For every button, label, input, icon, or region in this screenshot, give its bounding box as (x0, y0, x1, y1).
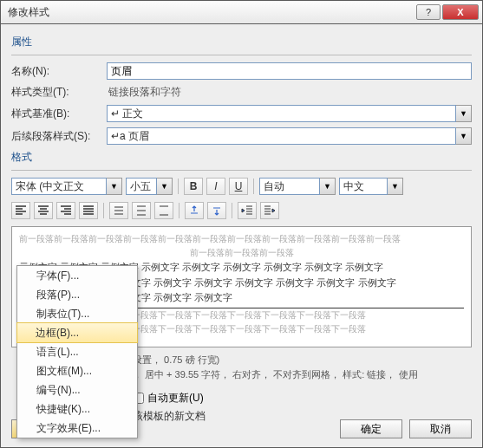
bold-button[interactable]: B (184, 178, 203, 195)
name-input[interactable] (107, 62, 472, 80)
menu-item[interactable]: 编号(N)... (17, 380, 137, 399)
space-before-inc-button[interactable] (185, 202, 204, 219)
label-style-base: 样式基准(B): (11, 107, 107, 121)
auto-update-label: 自动更新(U) (147, 391, 204, 406)
label-name: 名称(N): (11, 64, 107, 79)
indent-decrease-button[interactable] (238, 202, 257, 219)
menu-item[interactable]: 边框(B)... (16, 322, 138, 343)
line-spacing-2-button[interactable] (154, 202, 173, 219)
menu-item[interactable]: 字体(F)... (17, 266, 137, 285)
label-next-style: 后续段落样式(S): (11, 129, 107, 144)
chevron-down-icon[interactable]: ▼ (107, 178, 122, 195)
indent-increase-button[interactable] (260, 202, 279, 219)
menu-item[interactable]: 语言(L)... (17, 342, 137, 361)
menu-item[interactable]: 图文框(M)... (17, 361, 137, 380)
align-right-button[interactable] (56, 202, 75, 219)
window-title: 修改样式 (4, 5, 414, 20)
italic-button[interactable]: I (206, 178, 225, 195)
font-combo[interactable]: 宋体 (中文正文 ▼ (11, 178, 122, 195)
help-button[interactable]: ? (416, 4, 441, 20)
section-format: 格式 (11, 150, 472, 165)
separator (178, 179, 179, 194)
lang-combo[interactable]: 中文 ▼ (339, 178, 403, 195)
color-combo[interactable]: 自动 ▼ (259, 178, 336, 195)
separator (179, 203, 179, 218)
menu-item[interactable]: 文字效果(E)... (17, 419, 137, 438)
chevron-down-icon[interactable]: ▼ (388, 178, 403, 195)
menu-item[interactable]: 快捷键(K)... (17, 399, 137, 419)
label-style-type: 样式类型(T): (11, 85, 107, 100)
align-left-button[interactable] (11, 202, 30, 219)
dialog-body: 属性 名称(N): 样式类型(T): 链接段落和字符 样式基准(B): ↵ 正文… (0, 24, 483, 448)
separator (253, 179, 254, 194)
close-button[interactable]: X (442, 4, 479, 20)
ok-button[interactable]: 确定 (340, 419, 402, 438)
menu-item[interactable]: 段落(P)... (17, 285, 137, 304)
paragraph-toolbar (11, 202, 472, 219)
next-style-combo[interactable]: ↵a 页眉 ▼ (107, 127, 472, 145)
section-properties: 属性 (11, 35, 472, 49)
line-spacing-15-button[interactable] (132, 202, 151, 219)
underline-button[interactable]: U (229, 178, 248, 195)
style-base-combo[interactable]: ↵ 正文 ▼ (107, 105, 472, 122)
chevron-down-icon[interactable]: ▼ (320, 178, 336, 195)
separator (103, 203, 104, 218)
space-before-dec-button[interactable] (207, 202, 226, 219)
divider (11, 55, 472, 55)
title-bar: 修改样式 ? X (0, 0, 483, 24)
size-combo[interactable]: 小五 ▼ (126, 178, 173, 195)
style-type-value: 链接段落和字符 (107, 85, 472, 100)
chevron-down-icon[interactable]: ▼ (157, 178, 173, 195)
chevron-down-icon[interactable]: ▼ (456, 127, 472, 145)
font-toolbar: 宋体 (中文正文 ▼ 小五 ▼ B I U 自动 ▼ 中文 ▼ (11, 178, 472, 195)
chevron-down-icon[interactable]: ▼ (456, 105, 472, 122)
align-center-button[interactable] (34, 202, 53, 219)
menu-item[interactable]: 制表位(T)... (17, 304, 137, 323)
separator (232, 203, 232, 218)
divider (11, 170, 472, 171)
cancel-button[interactable]: 取消 (409, 419, 472, 438)
format-dropdown-menu: 字体(F)...段落(P)...制表位(T)...边框(B)...语言(L)..… (16, 265, 138, 438)
line-spacing-1-button[interactable] (109, 202, 128, 219)
align-justify-button[interactable] (79, 202, 98, 219)
